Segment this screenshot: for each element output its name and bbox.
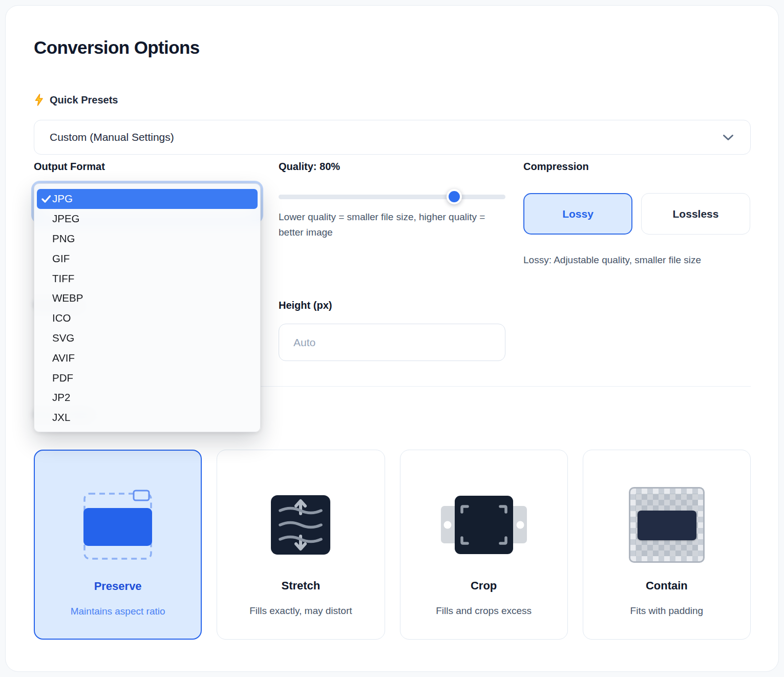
format-option-jp2[interactable]: JP2	[37, 388, 258, 408]
quality-helper-text: Lower quality = smaller file size, highe…	[279, 209, 505, 241]
resize-mode-cards: Preserve Maintains aspect ratio Stretch …	[34, 450, 751, 640]
format-option-avif[interactable]: AVIF	[37, 348, 258, 368]
output-format-label: Output Format	[34, 161, 105, 173]
output-format-dropdown: JPG JPEG PNG GIF TIFF WEBP ICO SVG AVIF …	[34, 183, 261, 432]
chevron-down-icon	[723, 134, 734, 141]
format-option-ico[interactable]: ICO	[37, 308, 258, 328]
resize-card-stretch[interactable]: Stretch Fills exactly, may distort	[217, 450, 385, 640]
preset-select-value: Custom (Manual Settings)	[50, 131, 174, 143]
quality-slider[interactable]	[279, 188, 505, 205]
format-option-jpg[interactable]: JPG	[37, 189, 258, 209]
resize-card-contain[interactable]: Contain Fits with padding	[583, 450, 751, 640]
contain-icon	[583, 486, 750, 564]
resize-card-preserve[interactable]: Preserve Maintains aspect ratio	[34, 450, 202, 640]
preset-select[interactable]: Custom (Manual Settings)	[34, 120, 751, 155]
format-option-jpeg[interactable]: JPEG	[37, 209, 258, 229]
height-label: Height (px)	[279, 300, 332, 311]
format-option-gif[interactable]: GIF	[37, 248, 258, 268]
checkmark-icon	[41, 195, 51, 203]
compression-helper-text: Lossy: Adjustable quality, smaller file …	[523, 252, 759, 268]
contain-image-rect	[638, 511, 696, 540]
format-option-svg[interactable]: SVG	[37, 328, 258, 348]
lightning-icon	[34, 94, 44, 106]
quick-presets-label: Quick Presets	[34, 94, 118, 106]
format-option-jxl[interactable]: JXL	[37, 408, 258, 428]
resize-card-crop[interactable]: Crop Fills and crops excess	[400, 450, 568, 640]
format-option-pdf[interactable]: PDF	[37, 368, 258, 388]
format-option-png[interactable]: PNG	[37, 229, 258, 249]
preserve-icon	[35, 486, 201, 564]
quality-slider-thumb[interactable]	[447, 189, 462, 204]
compression-label: Compression	[523, 161, 589, 173]
height-input[interactable]	[279, 324, 505, 361]
conversion-options-panel: Conversion Options Quick Presets Custom …	[5, 5, 779, 672]
compression-buttons: Lossy Lossless	[523, 193, 750, 235]
stretch-icon	[217, 486, 384, 564]
screen: Conversion Options Quick Presets Custom …	[0, 0, 784, 677]
quality-slider-track[interactable]	[279, 195, 505, 199]
format-option-webp[interactable]: WEBP	[37, 288, 258, 308]
lossy-button[interactable]: Lossy	[523, 193, 632, 235]
lossless-button[interactable]: Lossless	[641, 193, 750, 235]
format-option-tiff[interactable]: TIFF	[37, 268, 258, 288]
quality-label: Quality: 80%	[279, 161, 340, 173]
page-title: Conversion Options	[34, 37, 200, 58]
crop-icon	[400, 486, 567, 564]
